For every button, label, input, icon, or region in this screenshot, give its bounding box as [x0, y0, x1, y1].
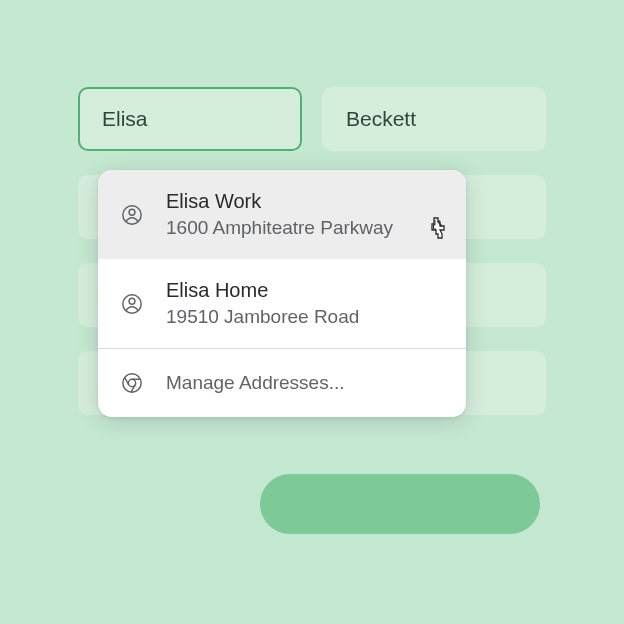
last-name-value: Beckett [346, 107, 416, 131]
person-icon [120, 203, 144, 227]
autofill-option-subtitle: 19510 Jamboree Road [166, 306, 359, 328]
chrome-icon [120, 371, 144, 395]
form-row-name: Elisa Beckett [78, 87, 546, 151]
autofill-option-content: Elisa Home 19510 Jamboree Road [166, 279, 359, 328]
autofill-option-home[interactable]: Elisa Home 19510 Jamboree Road [98, 259, 466, 348]
autofill-dropdown: Elisa Work 1600 Amphiteatre Parkway Elis… [98, 170, 466, 417]
svg-point-3 [129, 298, 135, 304]
person-icon [120, 292, 144, 316]
manage-addresses-label: Manage Addresses... [166, 372, 345, 394]
manage-addresses-option[interactable]: Manage Addresses... [98, 349, 466, 417]
autofill-option-title: Elisa Home [166, 279, 359, 302]
last-name-input[interactable]: Beckett [322, 87, 546, 151]
autofill-option-title: Elisa Work [166, 190, 393, 213]
submit-button[interactable] [260, 474, 540, 534]
autofill-option-content: Elisa Work 1600 Amphiteatre Parkway [166, 190, 393, 239]
autofill-option-work[interactable]: Elisa Work 1600 Amphiteatre Parkway [98, 170, 466, 259]
autofill-option-subtitle: 1600 Amphiteatre Parkway [166, 217, 393, 239]
first-name-input[interactable]: Elisa [78, 87, 302, 151]
svg-point-1 [129, 209, 135, 215]
first-name-value: Elisa [102, 107, 148, 131]
